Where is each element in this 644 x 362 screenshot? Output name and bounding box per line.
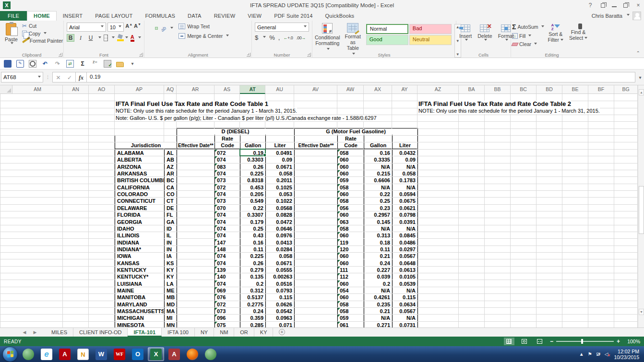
align-left-icon[interactable] — [146, 37, 149, 40]
gas-gallon-cell[interactable]: 0.22 — [364, 191, 392, 197]
diesel-gallon-cell[interactable]: 0.11 — [240, 246, 265, 252]
diesel-code-cell[interactable]: 096 — [215, 315, 239, 321]
gas-gallon-cell[interactable]: 0.21 — [364, 308, 392, 314]
undo-icon[interactable]: ↶ — [41, 60, 49, 68]
copy-button[interactable]: Copy — [21, 30, 64, 37]
diesel-liter-cell[interactable]: 0.00263 — [266, 273, 294, 280]
onenote-icon[interactable]: N — [75, 347, 91, 361]
fill-color-icon[interactable] — [117, 35, 121, 41]
gas-gallon-cell[interactable]: 0.3335 — [364, 156, 392, 163]
autosum-button[interactable]: ΣAutoSum — [511, 23, 545, 31]
diesel-gallon-cell[interactable]: 0.43 — [240, 232, 265, 238]
sheet-nav-right-icon[interactable]: ▶ — [30, 328, 40, 337]
start-button[interactable] — [2, 347, 18, 361]
jurisdiction-cell[interactable]: LUISIANA — [115, 280, 164, 287]
gas-gallon-cell[interactable]: N/A — [364, 184, 392, 190]
jurisdiction-cell[interactable]: KENTUCKY* — [115, 273, 164, 280]
tab-quickbooks[interactable]: QuickBooks — [319, 12, 361, 21]
gas-liter-cell[interactable]: 0.0432 — [393, 150, 417, 156]
diesel-code-cell[interactable]: 072 — [215, 184, 239, 190]
abbr-cell[interactable]: MD — [165, 301, 176, 307]
gas-liter-cell[interactable]: 0.0798 — [393, 211, 417, 218]
diesel-code-cell[interactable]: 073 — [215, 308, 239, 314]
diesel-code-cell[interactable]: 074 — [215, 253, 239, 259]
diesel-gallon-cell[interactable]: 0.2775 — [240, 301, 265, 307]
diesel-code-cell[interactable]: 072 — [215, 150, 239, 156]
gas-liter-cell[interactable]: 0.0486 — [393, 239, 417, 245]
gas-liter-cell[interactable]: 0.058 — [393, 170, 417, 176]
column-header-AY[interactable]: AY — [392, 85, 417, 94]
zoom-out-icon[interactable]: − — [550, 338, 553, 345]
jurisdiction-cell[interactable]: ILLINOIS — [115, 232, 164, 238]
gas-liter-cell[interactable]: 0.0539 — [393, 280, 417, 287]
diesel-gallon-cell[interactable]: 0.359 — [240, 315, 265, 321]
print-preview-icon[interactable] — [29, 60, 36, 68]
gas-gallon-cell[interactable]: 0.6606 — [364, 177, 392, 183]
diesel-liter-cell[interactable]: 0.0568 — [266, 205, 294, 211]
firefox-icon[interactable] — [184, 347, 201, 361]
accounting-format-icon[interactable]: $ — [255, 34, 258, 41]
diesel-code-cell[interactable]: 069 — [215, 287, 239, 293]
vertical-scrollbar[interactable]: ▲ ▼ — [638, 85, 644, 327]
vertical-scroll-thumb[interactable] — [639, 186, 644, 234]
sheet-tab-or[interactable]: OR — [234, 328, 254, 337]
sheet-canvas[interactable]: IFTA Final Fuel Use Tax Rate and Rate Co… — [0, 94, 638, 327]
insert-function-icon[interactable]: fx — [75, 72, 87, 82]
diesel-gallon-cell[interactable]: 0.16 — [240, 239, 265, 245]
diesel-gallon-cell[interactable]: 0.225 — [240, 170, 265, 176]
tab-page-layout[interactable]: PAGE LAYOUT — [89, 12, 139, 21]
diesel-liter-cell[interactable]: 0.0555 — [266, 267, 294, 273]
minimize-button[interactable] — [612, 3, 617, 7]
gas-code-cell[interactable]: 061 — [338, 322, 363, 327]
column-header-BE[interactable]: BE — [562, 85, 588, 94]
gas-liter-cell[interactable]: 0.1783 — [393, 177, 417, 183]
gas-liter-cell[interactable]: N/A — [393, 163, 417, 170]
column-header-AV[interactable]: AV — [294, 85, 337, 94]
diesel-liter-cell[interactable]: 0.2011 — [266, 177, 294, 183]
gas-gallon-cell[interactable]: 0.4261 — [364, 294, 392, 300]
save-as-icon[interactable]: ✎ — [16, 60, 24, 68]
diesel-liter-cell[interactable]: 0.0413 — [266, 239, 294, 245]
bold-button[interactable]: B — [67, 34, 74, 42]
abbr-cell[interactable]: IA — [165, 253, 176, 259]
jurisdiction-cell[interactable]: IDAHO — [115, 225, 164, 232]
tab-review[interactable]: REVIEW — [208, 12, 242, 21]
underline-button[interactable]: U — [87, 35, 95, 41]
diesel-liter-cell[interactable]: 0.0793 — [266, 287, 294, 293]
adobe-reader-icon[interactable]: A — [57, 347, 73, 361]
borders-icon[interactable] — [104, 35, 108, 41]
gas-code-cell[interactable]: 060 — [338, 253, 363, 259]
clear-button[interactable]: Clear — [511, 41, 545, 47]
sort-filter-button[interactable]: AZ Sort & Filter — [545, 23, 566, 47]
sheet-tab-client-info-od[interactable]: CLIENT INFO-OD — [73, 328, 128, 337]
diesel-code-cell[interactable]: 140 — [215, 273, 239, 280]
abbr-cell[interactable]: AL — [165, 150, 176, 156]
sheet-tab-ny[interactable]: NY — [195, 328, 214, 337]
ribbon-display-options-icon[interactable] — [601, 3, 605, 8]
gas-code-cell[interactable]: 060 — [338, 170, 363, 176]
font-size-select[interactable]: 10 — [107, 23, 124, 32]
access-icon[interactable]: A — [166, 347, 182, 361]
normal-view-button[interactable] — [504, 338, 514, 345]
abbr-cell[interactable]: AB — [165, 156, 176, 163]
diesel-gallon-cell[interactable]: 0.285 — [240, 322, 265, 327]
column-header-AQ[interactable]: AQ — [164, 85, 177, 94]
scroll-up-icon[interactable]: ▲ — [639, 89, 644, 95]
abbr-cell[interactable]: AZ — [165, 163, 176, 170]
column-header-AN[interactable]: AN — [63, 85, 89, 94]
abbr-cell[interactable]: KY — [165, 267, 176, 273]
cut-button[interactable]: ✂Cut — [21, 22, 64, 30]
diesel-code-cell[interactable]: 070 — [215, 205, 239, 211]
diesel-liter-cell[interactable]: 0.0976 — [266, 232, 294, 238]
diesel-gallon-cell[interactable]: 0.135 — [240, 273, 265, 280]
abbr-cell[interactable]: AR — [165, 170, 176, 176]
gas-gallon-cell[interactable]: 0.2 — [364, 280, 392, 287]
gas-liter-cell[interactable]: 0.0594 — [393, 191, 417, 197]
comma-style-icon[interactable]: , — [278, 34, 280, 41]
gas-gallon-cell[interactable]: 0.227 — [364, 267, 392, 273]
abbr-cell[interactable]: IN — [165, 239, 176, 245]
jurisdiction-cell[interactable]: MAINE — [115, 287, 164, 293]
gas-code-cell[interactable]: 058 — [338, 184, 363, 190]
diesel-code-cell[interactable]: 073 — [215, 198, 239, 204]
jurisdiction-cell[interactable]: BRITISH COLUMBIA — [115, 177, 164, 183]
